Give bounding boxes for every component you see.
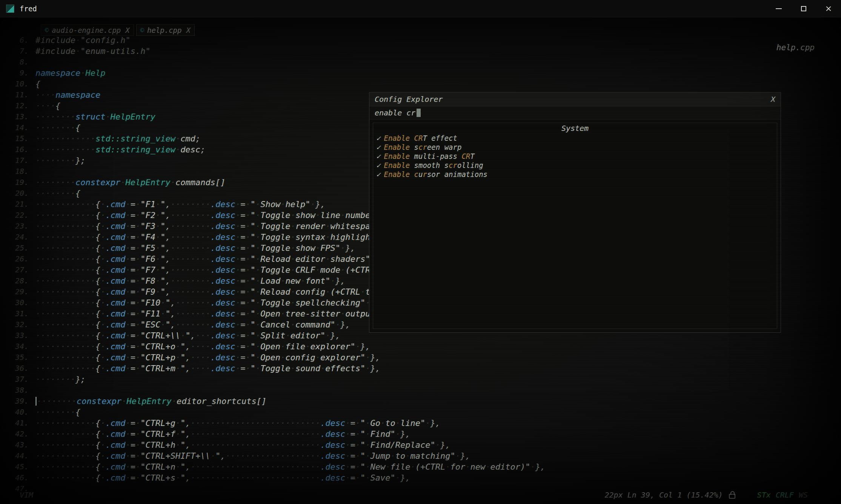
code-token: ·},	[530, 462, 545, 472]
code-line[interactable]: 42.············{·.cmd·=·"CTRL+f·",······…	[0, 429, 841, 439]
checkbox-checked-icon[interactable]: ✓	[376, 134, 380, 142]
whitespace-dots: ·	[325, 221, 330, 231]
code-token: ·},	[365, 353, 380, 362]
checkbox-checked-icon[interactable]: ✓	[376, 143, 380, 151]
whitespace-dots: ·	[235, 200, 240, 209]
whitespace-dots: ············	[35, 221, 95, 231]
code-line[interactable]: 34.············{·.cmd·=·"CTRL+o·",····.d…	[0, 341, 841, 352]
config-option[interactable]: ✓Enable screen warp	[373, 143, 777, 152]
code-text: ············{·.cmd·=·"CTRL+o·",····.desc…	[35, 341, 371, 352]
whitespace-dots: ·	[365, 353, 370, 362]
whitespace-dots: ·	[395, 473, 400, 482]
code-line[interactable]: 41.············{·.cmd·=·"CTRL+g·",······…	[0, 418, 841, 429]
maximize-button[interactable]	[791, 0, 816, 17]
code-line[interactable]: 36.············{·.cmd·=·"CTRL+m·",····.d…	[0, 363, 841, 374]
config-option[interactable]: ✓Enable multi-pass CRT	[373, 152, 777, 161]
code-text: ············{·.cmd·=·"F6·",········.desc…	[35, 254, 385, 264]
code-text: ············{·.cmd·=·"CTRL+n·",·········…	[35, 461, 545, 472]
tab-audio-engine.cpp[interactable]: ©audio-engine.cppX	[41, 24, 134, 36]
code-token: ·=·	[345, 462, 360, 472]
code-token: .cmd	[105, 265, 125, 275]
code-token: "·Jump·to·matching"	[360, 451, 455, 461]
config-option[interactable]: ✓Enable CRT effect	[373, 134, 777, 143]
code-token: een warp	[427, 143, 462, 151]
whitespace-dots: ·	[135, 364, 140, 373]
checkbox-checked-icon[interactable]: ✓	[376, 170, 380, 178]
code-line[interactable]: 37.········};	[0, 374, 841, 385]
whitespace-dots: ·	[255, 221, 260, 231]
code-line[interactable]: 43.············{·.cmd·=·"CTRL+h·",······…	[0, 439, 841, 450]
code-token: cr	[418, 143, 427, 151]
whitespace-dots: ·	[135, 331, 140, 340]
code-text: ············{·.cmd·=·"CTRL+f·",·········…	[35, 429, 411, 439]
code-line[interactable]: 39.········constexpr·HelpEntry·editor_sh…	[0, 396, 841, 407]
whitespace-dots: ·	[100, 254, 105, 264]
close-button[interactable]	[816, 0, 841, 17]
code-token: multi-pass	[410, 152, 461, 160]
config-search-input[interactable]: enable cr	[369, 106, 781, 120]
checkbox-checked-icon[interactable]: ✓	[376, 152, 380, 160]
whitespace-dots: ·	[100, 320, 105, 329]
minimize-button[interactable]	[766, 0, 791, 17]
code-token: "·Toggle·render·whitespace"	[251, 221, 386, 231]
code-line[interactable]: 46.············{·.cmd·=·"CTRL+s·",······…	[0, 472, 841, 483]
whitespace-dots: ·	[245, 200, 250, 209]
code-token: ····	[35, 90, 55, 100]
code-token: ········	[35, 178, 75, 187]
code-line[interactable]: 35.············{·.cmd·=·"CTRL+p·",····.d…	[0, 352, 841, 363]
whitespace-dots: ·	[245, 265, 250, 275]
whitespace-dots: ·	[100, 276, 105, 286]
code-line[interactable]: 6.#include·"config.h"	[0, 35, 841, 46]
tab-close-icon[interactable]: X	[186, 26, 191, 34]
code-line[interactable]: 8.	[0, 57, 841, 68]
code-token: ·},	[425, 418, 440, 428]
tab-bar: ©audio-engine.cppX©help.cppX	[41, 24, 195, 36]
whitespace-dots: ···	[195, 331, 211, 340]
code-line[interactable]: 44.············{·.cmd·=·"CTRL+SHIFT+\\·"…	[0, 450, 841, 461]
whitespace-dots: ·	[345, 462, 350, 472]
whitespace-dots: ·	[455, 451, 460, 461]
code-token: "CTRL+f·"	[140, 429, 185, 439]
config-option[interactable]: ✓Enable cursor animations	[373, 170, 777, 179]
code-token: ·	[175, 134, 180, 143]
whitespace-dots: ·	[320, 364, 325, 373]
code-token: "·Open·config·explorer"	[251, 353, 366, 362]
whitespace-dots: ········	[171, 287, 211, 297]
whitespace-dots: ··························	[191, 440, 320, 450]
line-number: 7.	[0, 46, 35, 57]
whitespace-dots: ·······	[175, 309, 211, 318]
code-token: c	[414, 170, 418, 178]
whitespace-dots: ·	[291, 265, 295, 275]
code-token: ············{·	[35, 243, 105, 253]
code-line[interactable]: 10.{	[0, 78, 841, 89]
code-line[interactable]: 38.	[0, 385, 841, 396]
whitespace-dots: ·	[245, 364, 250, 373]
code-line[interactable]: 9.namespace·Help	[0, 68, 841, 78]
whitespace-dots: ·	[355, 418, 360, 428]
code-line[interactable]: 40.········{	[0, 407, 841, 418]
whitespace-dots: ·	[155, 254, 160, 264]
popup-close-button[interactable]: X	[771, 95, 775, 104]
code-line[interactable]: 7.#include·"enum-utils.h"	[0, 46, 841, 57]
code-token: ·	[171, 178, 175, 187]
whitespace-dots: ·	[365, 462, 370, 472]
checkbox-checked-icon[interactable]: ✓	[376, 161, 380, 169]
config-section-header: System	[373, 123, 777, 134]
config-option[interactable]: ✓Enable smooth scrolling	[373, 161, 777, 170]
tab-help.cpp[interactable]: ©help.cppX	[136, 24, 195, 36]
whitespace-dots: ·	[255, 298, 260, 307]
tab-close-icon[interactable]: X	[125, 26, 129, 34]
code-token: ·=·	[125, 309, 140, 318]
whitespace-dots: ········	[35, 112, 75, 121]
code-token: ·=·	[235, 254, 251, 264]
code-token: ·},	[335, 320, 351, 329]
code-token: u	[418, 170, 423, 178]
code-line[interactable]: 45.············{·.cmd·=·"CTRL+n·",······…	[0, 461, 841, 472]
status-flags: STxCRLFWS	[757, 490, 808, 499]
code-token: ,··························	[185, 429, 320, 439]
code-token: "·Go·to·line"	[360, 418, 425, 428]
code-token: ············{·	[35, 200, 105, 209]
line-number: 9.	[0, 68, 35, 78]
whitespace-dots: ·	[530, 462, 535, 472]
code-token: ,··························	[185, 440, 320, 450]
